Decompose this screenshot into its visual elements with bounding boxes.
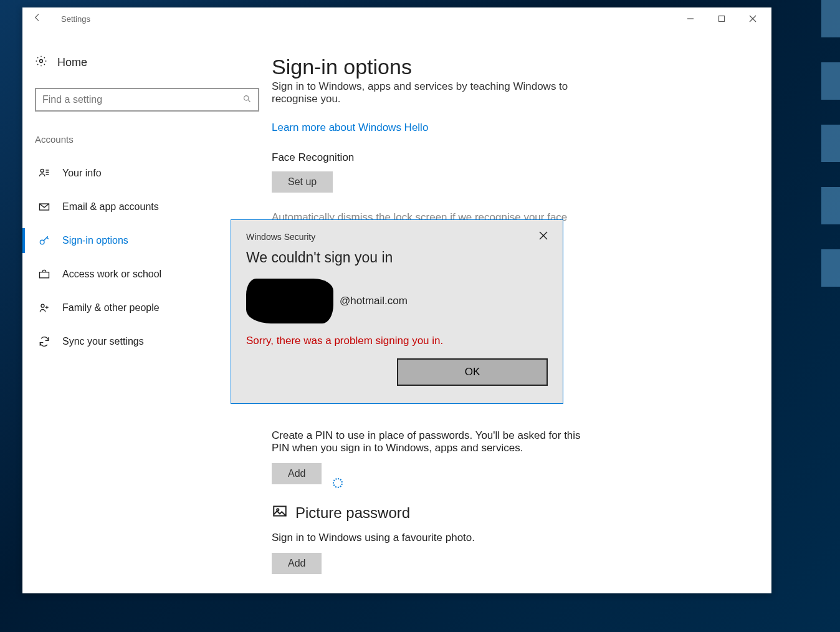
- sidebar-category: Accounts: [35, 134, 259, 145]
- window-controls: [684, 12, 771, 25]
- key-icon: [37, 234, 51, 247]
- dialog-close-icon[interactable]: [539, 230, 548, 243]
- face-recognition-label: Face Recognition: [272, 151, 747, 164]
- dialog-heading: We couldn't sign you in: [246, 249, 548, 266]
- loading-spinner-icon: [333, 478, 343, 488]
- sidebar-item-label: Email & app accounts: [62, 201, 159, 213]
- dialog-error-text: Sorry, there was a problem signing you i…: [246, 335, 548, 347]
- svg-point-7: [41, 169, 44, 172]
- pin-description: Create a PIN to use in place of password…: [272, 429, 596, 454]
- minimize-icon[interactable]: [684, 12, 697, 25]
- ok-button[interactable]: OK: [397, 358, 548, 386]
- sync-icon: [37, 335, 51, 348]
- svg-point-12: [40, 240, 44, 244]
- svg-rect-13: [40, 272, 49, 278]
- back-arrow-icon[interactable]: [32, 12, 50, 26]
- picture-icon: [272, 503, 288, 523]
- titlebar: Settings: [22, 7, 771, 30]
- gear-icon: [35, 55, 47, 70]
- window-title: Settings: [61, 14, 90, 24]
- svg-point-14: [41, 304, 44, 307]
- redacted-username: [246, 279, 333, 323]
- sidebar-item-label: Access work or school: [62, 269, 161, 280]
- picture-password-header: Picture password: [272, 503, 747, 523]
- people-icon: [37, 302, 51, 314]
- svg-rect-1: [719, 16, 725, 22]
- user-info-icon: [37, 167, 51, 180]
- picture-header-text: Picture password: [295, 504, 410, 522]
- setup-button[interactable]: Set up: [272, 171, 333, 193]
- search-input[interactable]: [42, 94, 242, 105]
- sidebar-home-label: Home: [57, 56, 87, 69]
- sidebar-home[interactable]: Home: [35, 55, 259, 70]
- mail-icon: [37, 201, 51, 213]
- add-pin-button[interactable]: Add: [272, 463, 322, 484]
- picture-description: Sign in to Windows using a favourite pho…: [272, 532, 596, 544]
- add-picture-password-button[interactable]: Add: [272, 553, 322, 574]
- dialog-email: @hotmail.com: [340, 295, 408, 307]
- sidebar-item-email[interactable]: Email & app accounts: [35, 192, 259, 222]
- sidebar-item-family[interactable]: Family & other people: [35, 293, 259, 323]
- close-icon[interactable]: [747, 12, 759, 25]
- sidebar-item-label: Family & other people: [62, 302, 160, 314]
- svg-line-6: [248, 100, 250, 102]
- svg-point-4: [40, 60, 43, 63]
- page-title: Sign-in options: [272, 55, 747, 79]
- sidebar-item-label: Your info: [62, 168, 102, 179]
- dialog-title: Windows Security: [246, 232, 315, 242]
- briefcase-icon: [37, 268, 51, 280]
- desktop-background-accent: [821, 0, 840, 632]
- sidebar-item-sign-in-options[interactable]: Sign-in options: [35, 226, 259, 256]
- search-icon: [242, 94, 252, 105]
- sidebar-item-work-school[interactable]: Access work or school: [35, 259, 259, 289]
- sidebar-item-label: Sync your settings: [62, 336, 144, 347]
- sidebar-item-label: Sign-in options: [62, 235, 128, 246]
- search-box[interactable]: [35, 88, 259, 112]
- maximize-icon[interactable]: [715, 12, 728, 25]
- security-dialog: Windows Security We couldn't sign you in…: [231, 219, 563, 404]
- intro-text: Sign in to Windows, apps and services by…: [272, 80, 596, 105]
- sidebar-item-your-info[interactable]: Your info: [35, 158, 259, 188]
- sidebar-item-sync[interactable]: Sync your settings: [35, 327, 259, 357]
- learn-more-link[interactable]: Learn more about Windows Hello: [272, 122, 428, 134]
- svg-point-5: [244, 96, 249, 101]
